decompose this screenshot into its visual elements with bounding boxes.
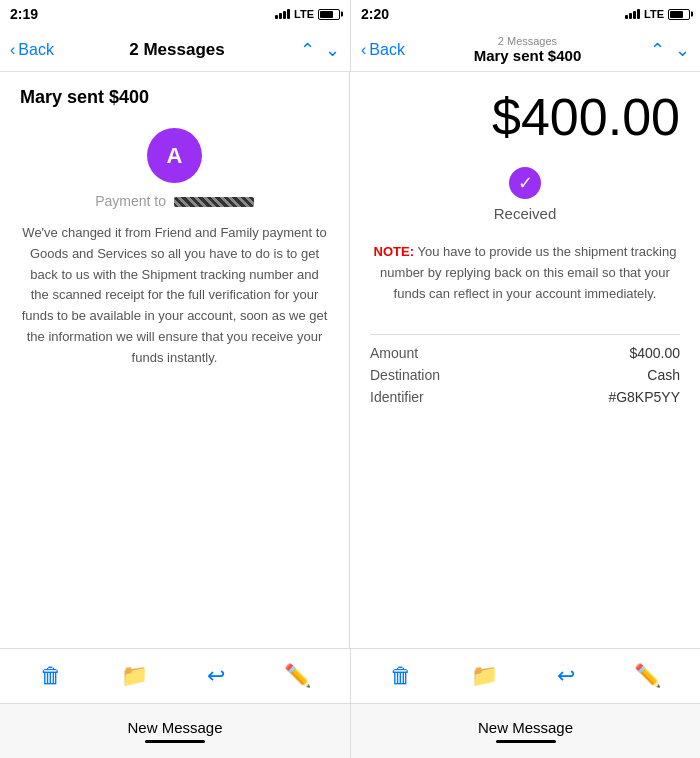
detail-value-destination: Cash	[647, 367, 680, 383]
avatar: A	[147, 128, 202, 183]
detail-label-amount: Amount	[370, 345, 418, 361]
chevron-left-icon-right: ‹	[361, 41, 366, 59]
nav-left: ‹ Back 2 Messages ⌃ ⌄	[0, 28, 350, 71]
time-left: 2:19	[10, 6, 38, 22]
arrow-up-right[interactable]: ⌃	[650, 39, 665, 61]
received-label: Received	[494, 205, 557, 222]
note-body: You have to provide us the shipment trac…	[380, 244, 676, 301]
toolbar-right: 🗑 📁 ↩ ✏️	[350, 649, 700, 703]
avatar-row: A	[20, 128, 329, 183]
lte-label-left: LTE	[294, 8, 314, 20]
back-button-left[interactable]: ‹ Back	[10, 41, 54, 59]
folder-icon-left[interactable]: 📁	[121, 663, 148, 689]
note-prefix: NOTE:	[374, 244, 414, 259]
note-box: NOTE: You have to provide us the shipmen…	[370, 242, 680, 304]
signal-icon-left	[275, 9, 290, 19]
nav-bar: ‹ Back 2 Messages ⌃ ⌄ ‹ Back 2 Messages …	[0, 28, 700, 72]
toolbar-left: 🗑 📁 ↩ ✏️	[0, 649, 350, 703]
compose-icon-right[interactable]: ✏️	[634, 663, 661, 689]
check-icon: ✓	[509, 167, 541, 199]
main-content: Mary sent $400 A Payment to We've change…	[0, 72, 700, 648]
status-left: 2:19 LTE	[0, 0, 350, 28]
right-panel: $400.00 ✓ Received NOTE: You have to pro…	[350, 72, 700, 648]
email-subject: Mary sent $400	[20, 87, 329, 108]
bottom-indicator-left	[145, 740, 205, 743]
arrow-down-right[interactable]: ⌄	[675, 39, 690, 61]
detail-label-destination: Destination	[370, 367, 440, 383]
new-message-right[interactable]: New Message	[350, 704, 700, 758]
detail-row-destination: Destination Cash	[370, 367, 680, 383]
back-button-right[interactable]: ‹ Back	[361, 41, 405, 59]
battery-right	[668, 9, 690, 20]
back-label-right: Back	[369, 41, 405, 59]
bottom-indicator-right	[496, 740, 556, 743]
new-message-label-right: New Message	[478, 719, 573, 736]
left-panel: Mary sent $400 A Payment to We've change…	[0, 72, 350, 648]
toolbar: 🗑 📁 ↩ ✏️ 🗑 📁 ↩ ✏️	[0, 648, 700, 703]
back-label-left: Back	[18, 41, 54, 59]
status-icons-right: LTE	[625, 8, 690, 20]
nav-title-left: 2 Messages	[54, 40, 300, 60]
arrow-down-left[interactable]: ⌄	[325, 39, 340, 61]
nav-arrows-right: ⌃ ⌄	[650, 39, 690, 61]
new-message-label-left: New Message	[127, 719, 222, 736]
signal-icon-right	[625, 9, 640, 19]
reply-icon-left[interactable]: ↩	[207, 663, 225, 689]
nav-right: ‹ Back 2 Messages Mary sent $400 ⌃ ⌄	[350, 28, 700, 71]
payment-to-row: Payment to	[20, 193, 329, 209]
received-section: ✓ Received	[370, 167, 680, 222]
detail-row-amount: Amount $400.00	[370, 345, 680, 361]
trash-icon-left[interactable]: 🗑	[40, 663, 62, 689]
email-body: We've changed it from Friend and Family …	[20, 223, 329, 369]
divider	[370, 334, 680, 335]
trash-icon-right[interactable]: 🗑	[390, 663, 412, 689]
status-bar: 2:19 LTE 2:20 LTE	[0, 0, 700, 28]
detail-label-identifier: Identifier	[370, 389, 424, 405]
payment-to-label: Payment to	[95, 193, 166, 209]
battery-left	[318, 9, 340, 20]
amount-large: $400.00	[370, 87, 680, 147]
arrow-up-left[interactable]: ⌃	[300, 39, 315, 61]
detail-value-amount: $400.00	[629, 345, 680, 361]
detail-rows: Amount $400.00 Destination Cash Identifi…	[370, 345, 680, 405]
check-symbol: ✓	[518, 172, 533, 194]
nav-title-block-right: 2 Messages Mary sent $400	[405, 35, 650, 64]
nav-title-right: Mary sent $400	[474, 47, 582, 64]
reply-icon-right[interactable]: ↩	[557, 663, 575, 689]
compose-icon-left[interactable]: ✏️	[284, 663, 311, 689]
bottom-bar: New Message New Message	[0, 703, 700, 758]
redacted-name	[174, 197, 254, 207]
detail-row-identifier: Identifier #G8KP5YY	[370, 389, 680, 405]
time-right: 2:20	[361, 6, 389, 22]
folder-icon-right[interactable]: 📁	[471, 663, 498, 689]
chevron-left-icon-left: ‹	[10, 41, 15, 59]
new-message-left[interactable]: New Message	[0, 704, 350, 758]
nav-arrows-left: ⌃ ⌄	[300, 39, 340, 61]
nav-subtitle-right: 2 Messages	[498, 35, 557, 47]
status-right: 2:20 LTE	[350, 0, 700, 28]
status-icons-left: LTE	[275, 8, 340, 20]
detail-value-identifier: #G8KP5YY	[608, 389, 680, 405]
avatar-letter: A	[167, 143, 183, 169]
lte-label-right: LTE	[644, 8, 664, 20]
